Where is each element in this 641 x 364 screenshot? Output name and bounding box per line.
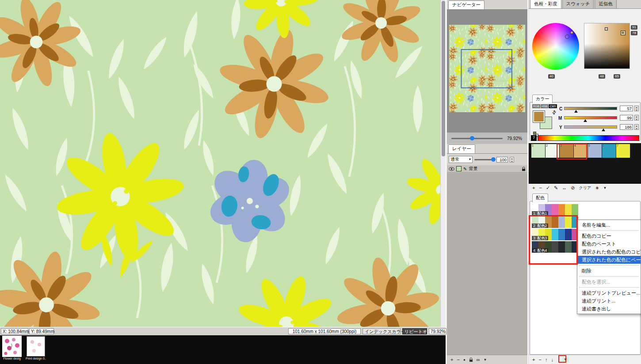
delete-layer-button[interactable]: − [457,357,459,362]
doc-thumbnail-flower-design[interactable]: Flower desig [2,337,22,360]
layer-lock-icon[interactable] [522,167,526,171]
navigator-zoom-slider[interactable] [451,138,503,139]
scheme-label: 4: 配色4 [532,248,548,253]
tab-similar-colors[interactable]: 近似色 [595,0,617,8]
move-scheme-down-button[interactable]: ↓ [551,357,553,362]
scrollbar-thumb[interactable] [442,1,445,156]
menu-item-delete[interactable]: 削除 [577,267,641,275]
doc-thumbnail-print-design[interactable]: Print design 0... [26,337,46,360]
foreground-color-swatch[interactable] [533,110,545,123]
special-color-button[interactable]: ∗ [595,185,599,191]
tab-swatches[interactable]: スウォッチ [562,0,594,8]
channel-m-label: M [558,116,562,121]
layer-thumbnail[interactable] [456,166,462,171]
sv-marker-square[interactable] [605,27,608,30]
mode-rgb-button[interactable]: RGB [532,104,540,108]
edit-color-button[interactable]: ✎ [554,185,558,191]
wheel-marker-ring[interactable] [565,34,569,39]
saturation-value-square[interactable] [584,23,630,69]
chevron-down-icon: ▾ [469,156,471,163]
zoom-readout[interactable]: 79.92% [429,328,446,334]
layers-menu-button[interactable]: ▼ [484,358,487,362]
opacity-slider-handle[interactable] [491,157,496,162]
mode-cmy-button[interactable]: CMY [549,104,557,108]
palette-swatch-3[interactable]: 3 [560,144,573,158]
tab-navigator[interactable]: ナビゲーター [448,0,485,9]
layer-effect-button[interactable]: ● [463,358,465,362]
wheel-marker-dot[interactable] [570,31,573,34]
scheme-menu-button[interactable]: ▼ [562,357,569,362]
channel-m-value[interactable]: 99 [620,115,633,121]
menu-item-continuous-export[interactable]: 連続書き出し [577,305,641,313]
move-scheme-up-button[interactable]: ↑ [545,357,548,362]
palette-menu-button[interactable]: ▼ [603,186,607,190]
tab-hue-saturation[interactable]: 色相・彩度 [530,0,561,8]
channel-c-value[interactable]: 57 [620,106,633,111]
channel-m-stepper[interactable]: ▲▼ [634,115,639,121]
swap-color-button[interactable]: ↔ [562,185,567,190]
channel-m-slider[interactable] [564,116,617,119]
channel-y-stepper[interactable]: ▲▼ [634,124,639,130]
canvas-scrollbar[interactable] [440,0,446,327]
blend-mode-value: 通常 [450,156,459,163]
menu-item-copy-scheme[interactable]: 配色のコピー [577,232,641,240]
scheme-row-3[interactable]: 3: 配色3 [532,229,578,240]
menu-item-paste-to-selected-colors[interactable]: 選択された色の配色にペースト [577,256,641,264]
scheme-row-1[interactable]: 1: 配色1 [532,204,578,216]
palette-swatch-5[interactable]: 5 [588,144,602,158]
palette-swatch-7[interactable]: 7 [616,144,630,158]
add-scheme-button[interactable]: + [532,357,535,362]
scheme-color [565,204,572,216]
clear-button[interactable]: クリア [579,185,591,191]
menu-item-paste-scheme[interactable]: 配色のペースト [577,240,641,248]
opacity-stepper[interactable]: ▲▼ [510,157,514,163]
palette-swatch-2[interactable]: 2 [546,144,559,158]
layer-opacity-slider[interactable] [474,159,495,160]
channel-y-value[interactable]: 186 [620,124,633,130]
add-layer-button[interactable]: + [450,357,453,362]
link-layers-button[interactable]: ∞ [477,357,480,362]
palette-swatch-6[interactable]: 6 [602,144,616,158]
canvas-area[interactable] [0,0,440,327]
navigator-thumbnail[interactable] [449,25,525,112]
layer-opacity-value[interactable]: 100 [496,157,508,163]
channel-y-slider[interactable] [564,125,617,129]
layer-visibility-eye-icon[interactable] [449,167,454,171]
menu-item-edit-name[interactable]: 名前を編集... [577,221,641,229]
hue-spectrum-bar[interactable] [538,135,639,141]
sv-marker-box-icon[interactable] [621,30,626,35]
palette-swatch-1[interactable]: 1 [531,144,545,158]
status-bar: X: 100.84mm Y: 89.49mm 101.60mm x 101.60… [0,327,446,335]
tab-schemes[interactable]: 配色 [532,193,548,202]
repeat-on-button[interactable]: リピートオン [402,328,427,334]
index-color-button[interactable]: インデックスカラー [362,328,401,334]
channel-c-slider[interactable] [564,107,617,110]
layer-name[interactable]: 背景 [469,166,477,172]
remove-color-button[interactable]: − [539,185,542,190]
add-color-button[interactable]: + [532,185,535,190]
menu-item-continuous-print-preview[interactable]: 連続プリントプレビュー... [577,289,641,297]
menu-item-continuous-print[interactable]: 連続プリント... [577,297,641,305]
apply-check-button[interactable]: ✓ [546,185,550,191]
tab-color[interactable]: カラー [532,95,553,103]
tab-layers[interactable]: レイヤー [448,144,475,153]
zoom-slider-handle[interactable] [470,136,474,140]
scheme-color [558,229,565,240]
remove-scheme-button[interactable]: − [538,357,541,362]
palette-swatch-4[interactable]: 4 [574,144,588,158]
menu-item-copy-selected-colors[interactable]: 選択された色の配色のコピー [577,248,641,256]
sv-value-2: 78 [631,31,637,35]
swap-colors-icon[interactable]: ⇄ [551,109,558,116]
navigator-preview[interactable] [447,10,527,133]
disable-color-button[interactable]: ⊘ [571,185,575,191]
color-wheel[interactable] [532,23,579,70]
mode-hsb-button[interactable]: HSB [541,104,548,108]
pattern-canvas[interactable] [0,0,440,327]
lock-button-icon[interactable] [469,357,473,362]
swatch-number: 2 [546,144,548,147]
blend-mode-select[interactable]: 通常▾ [449,156,473,163]
layer-row-background[interactable]: ✎ 背景 [447,165,527,173]
channel-c-stepper[interactable]: ▲▼ [634,106,639,111]
scheme-row-2[interactable]: 2: 配色2 [532,216,578,228]
scheme-row-4[interactable]: 4: 配色4 [532,241,578,253]
